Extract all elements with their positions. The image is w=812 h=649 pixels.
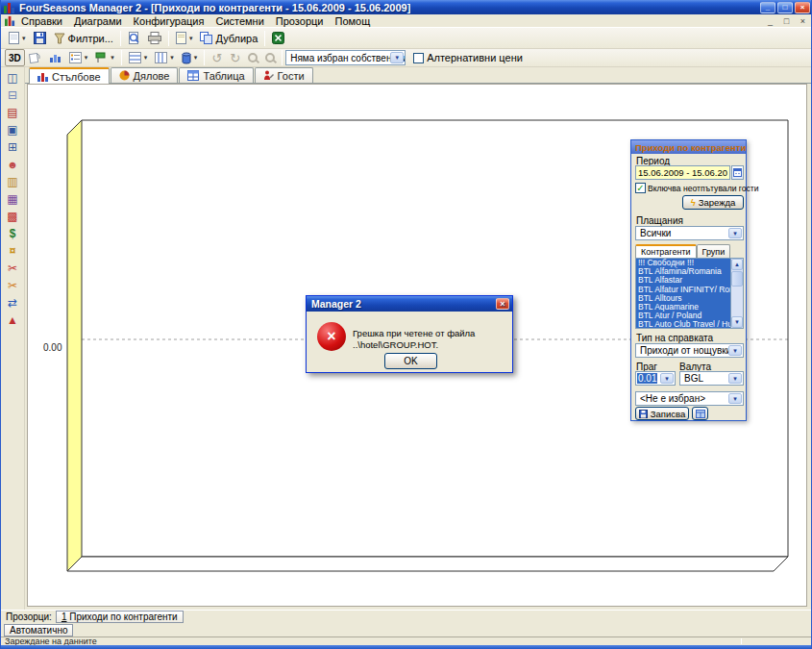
new-report-button[interactable]: ▾ [5,30,30,47]
save-button[interactable] [30,30,50,47]
owner-combobox-dropdown-icon[interactable]: ▾ [390,52,404,63]
save-report-button[interactable]: Записва [635,407,689,420]
list-item[interactable]: BTL Alfatur INFINITY/ Romani [636,286,730,294]
zoom-out-button[interactable] [244,49,261,66]
list-item[interactable]: !!! Свободни !!! [636,259,730,267]
vertical-grid-button[interactable]: ▾ [151,49,178,66]
payments-dropdown-icon[interactable]: ▾ [728,228,742,238]
saved-reports-button[interactable] [692,407,708,420]
currency-dropdown-icon[interactable]: ▾ [728,373,742,384]
rotate-ccw-button[interactable]: ↺ [208,49,226,66]
calendar-button[interactable] [731,165,744,180]
report-type-combobox[interactable]: Приходи от нощувки ▾ [635,343,744,358]
report-type-dropdown-icon[interactable]: ▾ [728,345,742,356]
duplicate-button[interactable]: Дублира [196,30,261,47]
calculator-icon[interactable]: ▣ [4,121,21,138]
export-excel-button[interactable] [268,30,288,47]
scrollbar-thumb[interactable] [731,271,743,287]
dialog-close-icon[interactable]: × [496,298,509,310]
menu-item-windows[interactable]: Прозорци [270,15,330,27]
mdi-minimize-button[interactable]: _ [764,15,776,27]
contractors-list[interactable]: !!! Свободни !!! BTL Alfamina/Romania BT… [635,258,744,329]
selection-combobox[interactable]: <Не е избран> ▾ [635,391,744,406]
currency-combobox[interactable]: BGL ▾ [679,371,744,386]
cylinder-dropdown-icon[interactable]: ▾ [194,54,198,62]
export-report-icon[interactable]: ⊟ [4,87,21,104]
dollar-icon[interactable]: $ [4,225,21,242]
print-button[interactable] [144,30,165,47]
color-chart-icon[interactable]: ▤ [4,104,21,121]
panel-tab-groups[interactable]: Групи [697,244,731,258]
rotate-chart-button[interactable] [25,49,45,66]
labels-dropdown-icon[interactable]: ▾ [111,54,114,62]
bar-style-button[interactable] [45,49,65,66]
close-button[interactable]: × [795,2,810,13]
horizontal-grid-button[interactable]: ▾ [125,49,152,66]
ok-button[interactable]: OK [384,353,437,369]
cylinder-style-button[interactable]: ▾ [178,49,202,66]
alternative-prices-checkbox[interactable] [413,53,424,63]
panel-title-bar[interactable]: Приходи по контрагенти × [631,140,746,154]
include-guests-checkbox[interactable]: ✓ [635,183,646,193]
scroll-down-icon[interactable]: ▼ [731,316,743,328]
guests-group-icon[interactable]: ☻ [4,156,21,173]
selection-dropdown-icon[interactable]: ▾ [728,393,742,404]
menu-item-help[interactable]: Помощ [329,15,376,27]
tab-table[interactable]: Таблица [179,67,253,83]
new-report-dropdown-icon[interactable]: ▾ [22,35,26,42]
report-copy-icon[interactable]: ⊞ [4,138,21,156]
mdi-restore-button[interactable]: □ [780,15,793,27]
include-guests-toggle[interactable]: ✓ Включва неотпътували гости [635,183,746,193]
tab-guests[interactable]: Гости [255,67,313,83]
transfer-icon[interactable]: ⇄ [4,294,21,312]
person-stats-icon[interactable]: ▲ [4,312,21,329]
minimize-button[interactable]: _ [760,2,775,13]
list-scrollbar[interactable]: ▲ ▼ [730,259,743,328]
cut-red-icon[interactable]: ✂ [4,260,21,277]
rotate-cw-button[interactable]: ↻ [226,49,244,66]
menu-item-system[interactable]: Системни [209,15,269,27]
alternative-prices-toggle[interactable]: Алтернативни цени [409,49,527,66]
owner-combobox[interactable]: Няма избран собственици ▾ [285,50,406,65]
list-item[interactable]: BTL Alfamina/Romania [636,267,730,276]
mdi-close-button[interactable]: × [797,15,809,27]
period-input[interactable] [635,165,730,180]
list-item[interactable]: BTL Auto Club Travel / Hunga [636,320,730,329]
copy-button[interactable]: ▾ [172,30,197,47]
panel-tab-contractors[interactable]: Контрагенти [635,244,697,258]
red-grid-icon[interactable]: ▩ [4,208,21,225]
toggle-3d-button[interactable]: 3D [5,49,25,66]
labels-button[interactable]: ▾ [91,49,118,66]
cut-orange-icon[interactable]: ✂ [4,277,21,294]
tab-pie[interactable]: Дялове [111,67,179,83]
scroll-up-icon[interactable]: ▲ [731,259,743,270]
menu-item-reports[interactable]: Справки [15,15,68,27]
open-window-button[interactable]: 1 Приходи по контрагенти [56,611,184,623]
print-preview-button[interactable] [124,30,144,47]
filters-button[interactable]: Филтри... [50,30,117,47]
legend-dropdown-icon[interactable]: ▾ [85,54,88,62]
list-item[interactable]: BTL Aquamarine [636,303,730,312]
dialog-title-bar[interactable]: Manager 2 × [307,296,512,312]
restore-button[interactable]: □ [777,2,793,13]
horizontal-grid-dropdown-icon[interactable]: ▾ [144,54,148,62]
tab-bars[interactable]: Стълбове [29,67,110,84]
list-item[interactable]: BTL Alltours [636,294,730,303]
legend-button[interactable]: ▾ [65,49,92,66]
load-button[interactable]: ϟ Зарежда [682,195,744,210]
vertical-grid-dropdown-icon[interactable]: ▾ [170,54,174,62]
documents-icon[interactable]: ▥ [4,173,21,190]
window-cards-icon[interactable]: ◫ [4,69,21,87]
threshold-dropdown-icon[interactable]: ▾ [660,373,674,384]
zoom-in-button[interactable] [261,49,279,66]
menu-item-configuration[interactable]: Конфигурация [128,15,210,27]
coins-icon[interactable]: ¤ [4,242,21,260]
automatic-button[interactable]: Автоматично [4,624,73,637]
list-item[interactable]: BTL Alfastar [636,276,730,285]
ledger-icon[interactable]: ▦ [4,190,21,208]
menu-item-diagrams[interactable]: Диаграми [68,15,128,27]
copy-dropdown-icon[interactable]: ▾ [189,35,193,42]
list-item[interactable]: BTL Atur / Poland [636,312,730,320]
threshold-combobox[interactable]: 0.01 ▾ [635,371,676,386]
payments-combobox[interactable]: Всички ▾ [635,226,744,240]
